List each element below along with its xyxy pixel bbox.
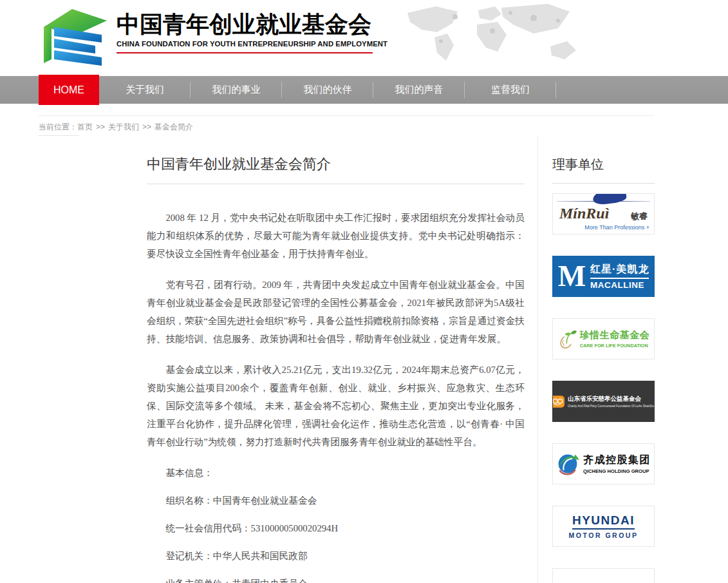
brand-title: 中国青年创业就业基金会	[117, 10, 387, 38]
minrui-tagline: More Than Professions +	[584, 224, 649, 231]
double-heart-icon	[552, 396, 565, 408]
care-cn-text: 珍惜生命基金会	[580, 329, 650, 341]
world-map-graphic	[396, 1, 595, 73]
qicheng-logo: 齐成控股集团 QICHENG HOLDING GROUP	[556, 452, 651, 475]
qicheng-en-text: QICHENG HOLDING GROUP	[583, 468, 651, 474]
macalline-text-block: 红星·美凯龙 MACALLINE	[590, 263, 649, 290]
breadcrumb: 当前位置：首页>>关于我们>>基金会简介	[39, 115, 655, 133]
care-text-block: 珍惜生命基金会 CARE FOR LIFE FOUNDATION	[580, 329, 650, 349]
blue-arc-icon	[553, 569, 654, 583]
site-logo[interactable]	[39, 5, 111, 70]
brush-stroke-icon	[592, 193, 627, 205]
info-line-credit-code: 统一社会信用代码：53100000500020294H	[147, 519, 525, 537]
sidebar-heading: 理事单位	[552, 156, 655, 184]
partner-card-partial[interactable]	[552, 568, 655, 583]
lean-en-text: Charity And Filial Piety Commonweal Foun…	[568, 405, 655, 408]
left-column-border	[39, 135, 79, 137]
info-line-registry: 登记机关：中华人民共和国民政部	[147, 547, 525, 565]
minrui-cn-text: 敏睿	[631, 211, 648, 222]
breadcrumb-link-profile[interactable]: 基金会简介	[154, 122, 193, 131]
partner-list: MínRuì 敏睿 More Than Professions + M 红星·美…	[552, 193, 655, 583]
nav-item-our-partners[interactable]: 我们的伙伴	[282, 76, 373, 104]
nav-item-home[interactable]: HOME	[39, 75, 99, 105]
macalline-en-text: MACALLINE	[590, 280, 649, 290]
partner-card-macalline[interactable]: M 红星·美凯龙 MACALLINE	[552, 256, 655, 297]
hyundai-wordmark: HYUNDAI	[572, 513, 635, 530]
nav-item-about[interactable]: 关于我们	[99, 76, 191, 104]
article-body: 2008 年 12 月，党中央书记处在听取团中央工作汇报时，要求团组织充分发挥社…	[147, 184, 525, 583]
qicheng-text-block: 齐成控股集团 QICHENG HOLDING GROUP	[583, 454, 651, 474]
partner-card-lean-cixiao[interactable]: 山东省乐安慈孝公益基金会 Charity And Filial Piety Co…	[552, 381, 655, 422]
breadcrumb-label: 当前位置：	[39, 122, 77, 131]
partner-card-care-for-life[interactable]: 珍惜生命基金会 CARE FOR LIFE FOUNDATION	[552, 318, 655, 359]
lean-logo: 山东省乐安慈孝公益基金会 Charity And Filial Piety Co…	[552, 395, 655, 408]
macalline-logo: M 红星·美凯龙 MACALLINE	[558, 263, 649, 290]
partner-card-qicheng[interactable]: 齐成控股集团 QICHENG HOLDING GROUP	[552, 443, 655, 484]
minrui-script-text: MínRuì	[559, 205, 609, 222]
hand-sprout-icon	[557, 328, 577, 350]
content-area: 中国青年创业就业基金会简介 2008 年 12 月，党中央书记处在听取团中央工作…	[39, 135, 655, 583]
breadcrumb-separator: >>	[96, 122, 105, 131]
info-line-org-name: 组织名称：中国青年创业就业基金会	[147, 492, 525, 510]
page: 中国青年创业就业基金会 CHINA FOUNDATION FOR YOUTH E…	[0, 0, 728, 583]
macalline-rule	[590, 278, 649, 279]
article-paragraph: 2008 年 12 月，党中央书记处在听取团中央工作汇报时，要求团组织充分发挥社…	[147, 209, 525, 263]
brand-underline	[117, 52, 373, 53]
brand-subtitle: CHINA FOUNDATION FOR YOUTH ENTREPRENEURS…	[117, 40, 387, 48]
care-en-text: CARE FOR LIFE FOUNDATION	[580, 343, 650, 349]
macalline-m-letter: M	[558, 263, 586, 289]
breadcrumb-link-home[interactable]: 首页	[77, 122, 93, 131]
nav-item-supervise-us[interactable]: 监督我们	[465, 76, 556, 104]
site-header: 中国青年创业就业基金会 CHINA FOUNDATION FOR YOUTH E…	[0, 0, 728, 76]
hyundai-logo: HYUNDAI MOTOR GROUP	[569, 513, 639, 539]
globe-swoosh-icon	[556, 452, 579, 475]
column-divider	[537, 135, 538, 583]
macalline-cn-text: 红星·美凯龙	[590, 263, 649, 276]
article-paragraph: 党有号召，团有行动。2009 年，共青团中央发起成立中国青年创业就业基金会。中国…	[147, 276, 525, 348]
main-nav: HOME 关于我们 我们的事业 我们的伙伴 我们的声音 监督我们	[0, 76, 728, 104]
info-line-supervisor: 业务主管单位：共青团中央委员会	[147, 575, 525, 583]
breadcrumb-separator: >>	[142, 122, 151, 131]
nav-item-our-voice[interactable]: 我们的声音	[373, 76, 465, 104]
foundation-logo-icon	[39, 5, 111, 70]
care-for-life-logo: 珍惜生命基金会 CARE FOR LIFE FOUNDATION	[555, 328, 653, 350]
info-line-basic: 基本信息：	[147, 464, 525, 482]
lean-cn-text: 山东省乐安慈孝公益基金会	[568, 395, 655, 403]
breadcrumb-link-about[interactable]: 关于我们	[108, 122, 139, 131]
partner-card-hyundai[interactable]: HYUNDAI MOTOR GROUP	[552, 506, 655, 547]
nav-item-our-work[interactable]: 我们的事业	[191, 76, 282, 104]
page-title: 中国青年创业就业基金会简介	[147, 155, 525, 184]
partner-card-minrui[interactable]: MínRuì 敏睿 More Than Professions +	[552, 193, 655, 234]
article-paragraph: 基金会成立以来，累计收入25.21亿元，支出19.32亿元，2024年期末总资产…	[147, 361, 525, 451]
article: 中国青年创业就业基金会简介 2008 年 12 月，党中央书记处在听取团中央工作…	[147, 135, 525, 583]
qicheng-cn-text: 齐成控股集团	[583, 454, 651, 467]
lean-text-block: 山东省乐安慈孝公益基金会 Charity And Filial Piety Co…	[568, 395, 655, 408]
sidebar-directors: 理事单位 MínRuì 敏睿 More Than Professions + M…	[552, 135, 655, 583]
hyundai-subtext: MOTOR GROUP	[569, 531, 639, 539]
brand-block: 中国青年创业就业基金会 CHINA FOUNDATION FOR YOUTH E…	[117, 10, 387, 53]
